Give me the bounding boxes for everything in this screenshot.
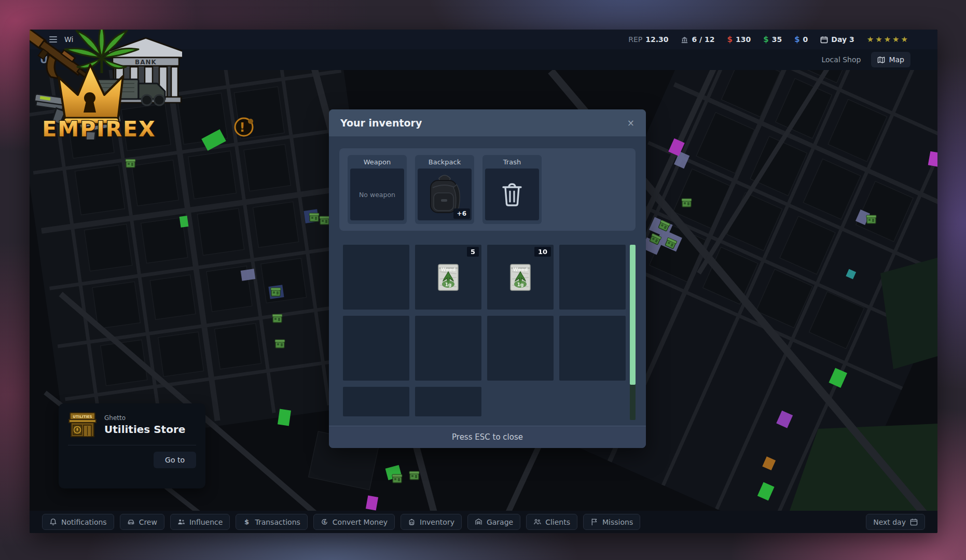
weed-bag-icon: Weed 1g [437,263,460,291]
equipment-panel: Weapon No weapon Backpack [339,148,636,231]
game-window: ! Wi REP12.30 6 / 12 $130 $35 [30,30,937,533]
weapon-empty-text: No weapon [359,191,395,199]
modal-header: Your inventory × [329,109,646,136]
inventory-slot[interactable] [343,245,409,310]
calendar-icon [820,36,828,44]
dollar-red-icon: $ [727,35,733,44]
rep-stat: REP12.30 [628,35,668,44]
dollar-icon: $ [243,518,251,526]
bottom-toolbar: Notifications Crew Influence $ Transact [30,511,937,533]
scrollbar[interactable] [630,245,636,420]
inventory-slot[interactable] [415,387,481,416]
svg-text:Weed: Weed [513,267,528,272]
local-shop-button[interactable]: Local Shop [817,52,866,67]
svg-text:Weed: Weed [441,267,456,272]
inventory-slot[interactable] [415,316,481,381]
svg-text:!: ! [240,120,245,135]
go-to-button[interactable]: Go to [154,452,196,468]
influence-button[interactable]: Influence [170,514,230,530]
svg-text:1g: 1g [445,282,452,287]
convert-money-button[interactable]: $ Convert Money [313,514,395,530]
trash-slot[interactable]: Trash [482,155,542,224]
svg-text:1g: 1g [517,282,524,287]
inventory-slot[interactable] [343,387,409,416]
store-category: Ghetto [104,414,185,422]
svg-text:$: $ [323,520,326,524]
calendar-icon [910,518,918,526]
people-icon [177,518,185,526]
garage-button[interactable]: Garage [467,514,520,530]
inventory-slot[interactable] [487,316,554,381]
weapon-slot[interactable]: Weapon No weapon [348,155,407,224]
trash-icon [501,182,523,207]
top-status-bar: Wi REP12.30 6 / 12 $130 $35 $0 [30,30,937,49]
inventory-slot-weed[interactable]: 5 Weed 1g [415,245,481,310]
weed-bag-icon: Weed 1g [509,263,532,291]
scrollbar-thumb[interactable] [630,245,636,385]
backpack-slot[interactable]: Backpack +6 [415,155,474,224]
menu-icon[interactable] [49,36,57,43]
top-bar-label: Wi [64,35,73,44]
crew-button[interactable]: Crew [120,514,164,530]
modal-footer-hint: Press ESC to close [329,426,646,448]
utilities-store-icon: UTILITIES [68,412,97,438]
convert-icon: $ [321,518,328,526]
dirty-cash-stat: $130 [727,35,751,44]
garage-icon [475,518,482,526]
flag-icon [590,518,598,526]
backpack-capacity-badge: +6 [453,208,470,219]
inventory-slot[interactable] [343,316,409,381]
map-icon [877,56,885,64]
transactions-button[interactable]: $ Transactions [236,514,307,530]
bell-icon [49,518,57,526]
location-bar: UH Local Shop Map [30,49,937,70]
bank-cash-stat: $0 [794,35,808,44]
inventory-slot-weed[interactable]: 10 Weed 1g [487,245,554,310]
rating-stars: ★★★★★ [867,35,909,44]
modal-title: Your inventory [340,117,422,129]
day-stat: Day 3 [820,35,854,44]
item-count-badge: 5 [467,247,479,257]
map-button[interactable]: Map [871,52,910,67]
bank-icon [681,36,688,44]
close-icon[interactable]: × [627,119,634,128]
backpack-small-icon [408,518,416,526]
inventory-button[interactable]: Inventory [401,514,462,530]
svg-text:UTILITIES: UTILITIES [73,415,92,419]
clean-cash-stat: $35 [763,35,782,44]
inventory-slot[interactable] [559,245,626,310]
car-icon [127,518,135,526]
store-title: Utilities Store [104,423,185,436]
next-day-button[interactable]: Next day [866,514,925,530]
dollar-green-icon: $ [763,35,768,44]
missions-button[interactable]: Missions [583,514,640,530]
inventory-slot[interactable] [559,316,626,381]
properties-stat: 6 / 12 [681,35,714,44]
clients-icon [533,518,541,526]
inventory-modal: Your inventory × Weapon No weapon Backpa… [329,109,646,448]
svg-text:$: $ [244,518,249,526]
dollar-blue-icon: $ [794,35,799,44]
divider [68,445,196,445]
item-count-badge: 10 [534,247,551,257]
map-alert-marker[interactable]: ! [235,118,253,136]
store-card: UTILITIES Ghetto Utilities Store Go to [59,403,205,488]
notifications-button[interactable]: Notifications [42,514,114,530]
clients-button[interactable]: Clients [526,514,577,530]
location-title: UH [40,54,56,65]
